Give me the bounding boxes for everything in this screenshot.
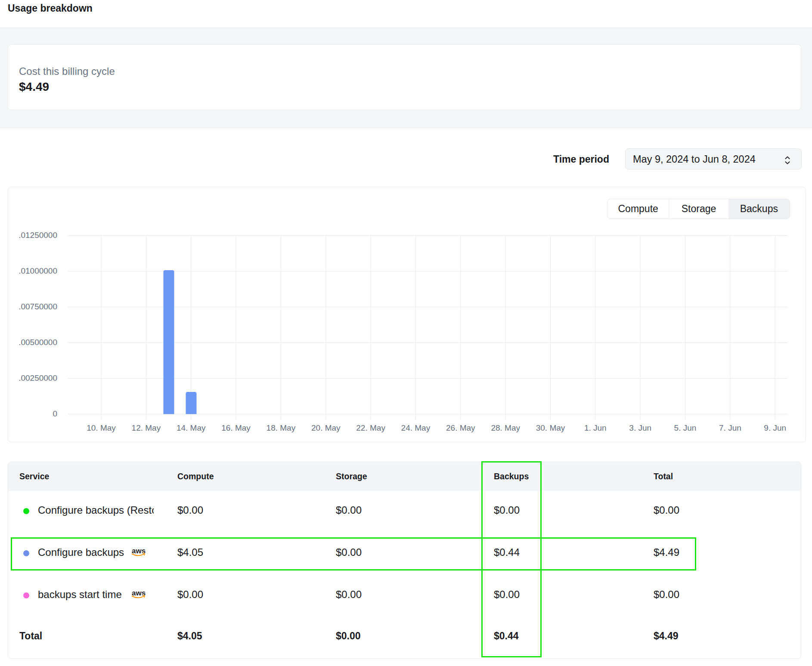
svg-text:1. Jun: 1. Jun (584, 423, 607, 432)
svg-text:12. May: 12. May (132, 423, 161, 432)
svg-text:.00500000: .00500000 (19, 338, 57, 347)
svg-text:28. May: 28. May (491, 423, 520, 432)
svg-text:10. May: 10. May (87, 423, 116, 432)
svg-text:.01000000: .01000000 (19, 266, 57, 275)
svg-text:7. Jun: 7. Jun (719, 423, 741, 432)
svg-text:18. May: 18. May (267, 423, 296, 432)
svg-text:26. May: 26. May (446, 423, 475, 432)
svg-text:22. May: 22. May (356, 423, 385, 432)
svg-text:.01250000: .01250000 (19, 231, 57, 240)
svg-text:24. May: 24. May (401, 423, 431, 432)
svg-text:.00250000: .00250000 (19, 373, 57, 382)
svg-text:.00750000: .00750000 (19, 302, 57, 311)
svg-text:3. Jun: 3. Jun (629, 423, 651, 432)
svg-text:14. May: 14. May (177, 423, 206, 432)
svg-text:16. May: 16. May (221, 423, 251, 432)
svg-text:5. Jun: 5. Jun (674, 423, 697, 432)
svg-text:20. May: 20. May (311, 423, 341, 432)
svg-text:9. Jun: 9. Jun (764, 423, 786, 432)
svg-text:30. May: 30. May (536, 423, 565, 432)
svg-text:0: 0 (53, 409, 57, 418)
